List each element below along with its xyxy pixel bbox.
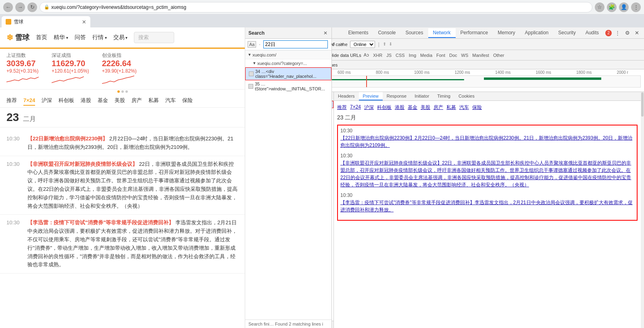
tab-fangchan[interactable]: 房产 [131, 95, 142, 106]
address-text: xueqiu.com/?category=livenews&tdsourceta… [51, 4, 186, 10]
devtools-tab-console[interactable]: Console [373, 28, 400, 38]
devtools-tab-elements[interactable]: Elements [343, 28, 373, 38]
news-item-2: 10:30 【李迅雷：疫情下可尝试"消费券"等非常规手段促进消费回补】 李迅雷发… [0, 215, 245, 274]
preview-nav-qiche[interactable]: 汽车 [459, 104, 469, 111]
preview-nav-tuijian[interactable]: 推荐 [337, 104, 347, 111]
detail-tab-cookies[interactable]: Cookies [454, 92, 479, 100]
tab-meigu[interactable]: 美股 [115, 95, 125, 106]
preview-news-link-2[interactable]: 【李迅雷：疫情下可尝试"消费券"等非常规手段促进消费回补】李迅雷发文指出，2月2… [340, 199, 634, 213]
preview-nav-jijin[interactable]: 基金 [408, 104, 417, 111]
tab-tuijian[interactable]: 推荐 [6, 95, 17, 106]
preview-nav-kechuang[interactable]: 科创板 [377, 104, 392, 111]
search-result-0[interactable]: 34 …<div class="Header_nav_placehol... [245, 67, 331, 80]
pagination-dot-3[interactable] [125, 90, 128, 93]
devtools-tab-performance[interactable]: Performance [456, 28, 493, 38]
search-tree-root[interactable]: ▾ xueqiu.com/ [245, 50, 331, 59]
search-clear-button[interactable]: ✕ [338, 41, 346, 48]
devtools-more-button[interactable]: ⋮ [613, 29, 622, 37]
throttle-select[interactable]: Online [350, 41, 375, 48]
filter-img[interactable]: Img [407, 52, 418, 58]
ticker-shanghai[interactable]: 上证指数 3039.67 +9.52(+0.31%) [6, 52, 39, 86]
tab-ganggu[interactable]: 港股 [81, 95, 91, 106]
filter-doc[interactable]: Doc [448, 52, 459, 58]
search-tree-child[interactable]: ▾ xueqiu.com/?category=... [245, 59, 331, 67]
extensions-button[interactable]: 🧩 [607, 2, 617, 12]
search-refresh-button[interactable]: ↺ [329, 41, 337, 48]
ticker-chart-1 [52, 74, 84, 86]
tab-close-button[interactable]: ✕ [82, 19, 86, 25]
detail-tab-timing[interactable]: Timing [433, 92, 454, 100]
detail-tab-headers[interactable]: Headers [334, 92, 359, 100]
nav-wenda[interactable]: 问答 [75, 34, 86, 41]
browser-tab[interactable]: 雪球 ✕ [2, 16, 90, 27]
devtools-settings-button[interactable]: ⚙ [623, 29, 631, 37]
nav-hangqing[interactable]: 行情 [92, 34, 107, 41]
tab-hushen[interactable]: 沪深 [42, 95, 52, 106]
devtools-tab-application[interactable]: Application [520, 28, 554, 38]
xueqiu-logo[interactable]: ❄ 雪球 [6, 33, 29, 42]
preview-nav-ganggu[interactable]: 港股 [395, 104, 404, 111]
pagination-dot-1[interactable] [117, 90, 120, 93]
news-item-0: 10:30 【22日新增治愈出院病例2230例】 2月22日0—24时，当日新增… [0, 131, 245, 156]
nav-jinghua[interactable]: 精华 [54, 34, 68, 41]
preview-nav-meigu[interactable]: 美股 [421, 104, 430, 111]
filter-js[interactable]: JS [385, 52, 393, 58]
tab-jijin[interactable]: 基金 [98, 95, 108, 106]
ticker-shenzhen[interactable]: 深证成指 11629.70 +120.61(+1.05%) [52, 52, 89, 86]
xueqiu-search-input[interactable]: 搜索 [134, 32, 174, 43]
filter-manifest[interactable]: Manifest [471, 52, 491, 58]
preview-nav-hushen[interactable]: 沪深 [364, 104, 374, 111]
preview-nav-7x24[interactable]: 7×24 [350, 104, 361, 111]
news-body-1: 【非洲联盟召开应对新冠肺炎疫情部长级会议】 22日，非洲联盟各成员国卫生部长和疾… [27, 160, 238, 211]
tab-7x24[interactable]: 7×24 [23, 96, 35, 106]
detail-tab-response[interactable]: Response [383, 92, 411, 100]
filter-font[interactable]: Font [435, 52, 447, 58]
filter-css[interactable]: CSS [394, 52, 406, 58]
back-button[interactable]: ← [3, 2, 13, 12]
tab-simu[interactable]: 私募 [148, 95, 159, 106]
regex-button[interactable]: · [258, 42, 261, 47]
upload-icon[interactable]: ⬆ [383, 42, 386, 47]
preview-news-link-1[interactable]: 【非洲联盟召开应对新冠肺炎疫情部长级会议】22日，非洲联盟各成员国卫生部长和疾控… [340, 159, 634, 188]
tab-qiche[interactable]: 汽车 [165, 95, 176, 106]
search-close-button[interactable]: ✕ [323, 30, 328, 36]
ticker-pagination [0, 90, 245, 94]
preview-nav-baoxian[interactable]: 保险 [472, 104, 482, 111]
devtools-tab-network[interactable]: Network [428, 28, 456, 38]
news-title-1: 【非洲联盟召开应对新冠肺炎疫情部长级会议】 [27, 161, 138, 167]
forward-button[interactable]: → [15, 2, 25, 12]
filter-xhr[interactable]: XHR [371, 52, 384, 58]
devtools-tab-memory[interactable]: Memory [493, 28, 520, 38]
filter-ws[interactable]: WS [460, 52, 470, 58]
preview-news-link-0[interactable]: 【22日新增治愈出院病例2230例】2月22日0—24时，当日新增治愈出院病例2… [340, 134, 634, 149]
nav-jiaoyi[interactable]: 交易 [113, 34, 128, 41]
pagination-dot-2[interactable] [121, 90, 124, 93]
filter-media[interactable]: Media [419, 52, 434, 58]
preview-nav-fangchan[interactable]: 房产 [434, 104, 443, 111]
scrollbar-thumb[interactable] [641, 92, 644, 117]
profile-button[interactable]: 👤 [619, 2, 629, 12]
download-icon[interactable]: ⬇ [389, 42, 392, 47]
menu-button[interactable]: ⋮ [631, 2, 641, 12]
tree-collapse-icon: ▾ [248, 52, 251, 57]
ticker-chuangye[interactable]: 创业板指 2226.64 +39.90(+1.82%) [102, 52, 137, 86]
detail-tab-initiator[interactable]: Initiator [411, 92, 433, 100]
tab-kechuang[interactable]: 科创板 [58, 95, 74, 106]
detail-scrollbar[interactable] [641, 92, 644, 328]
bookmark-button[interactable]: ☆ [595, 2, 604, 12]
nav-home[interactable]: 首页 [36, 34, 47, 41]
devtools-close-button[interactable]: ✕ [633, 29, 641, 37]
filter-other[interactable]: Other [492, 52, 506, 58]
devtools-tab-security[interactable]: Security [553, 28, 580, 38]
devtools-tab-audits[interactable]: Audits [581, 28, 604, 38]
search-result-1[interactable]: 35 …tStore">window.__INITIAL_STOR... [245, 80, 331, 92]
reload-button[interactable]: ↻ [27, 2, 37, 12]
preview-nav-simu[interactable]: 私募 [446, 104, 456, 111]
case-sensitive-button[interactable]: Aa [248, 41, 256, 48]
detail-tab-preview[interactable]: Preview [359, 92, 383, 100]
preview-news-item-0: 10:30 【22日新增治愈出院病例2230例】2月22日0—24时，当日新增治… [340, 128, 634, 149]
devtools-tab-sources[interactable]: Sources [400, 28, 428, 38]
address-bar[interactable]: 🔒 xueqiu.com/?category=livenews&tdsource… [40, 2, 592, 13]
tab-baoxian[interactable]: 保险 [182, 95, 193, 106]
search-input-field[interactable] [263, 40, 328, 48]
